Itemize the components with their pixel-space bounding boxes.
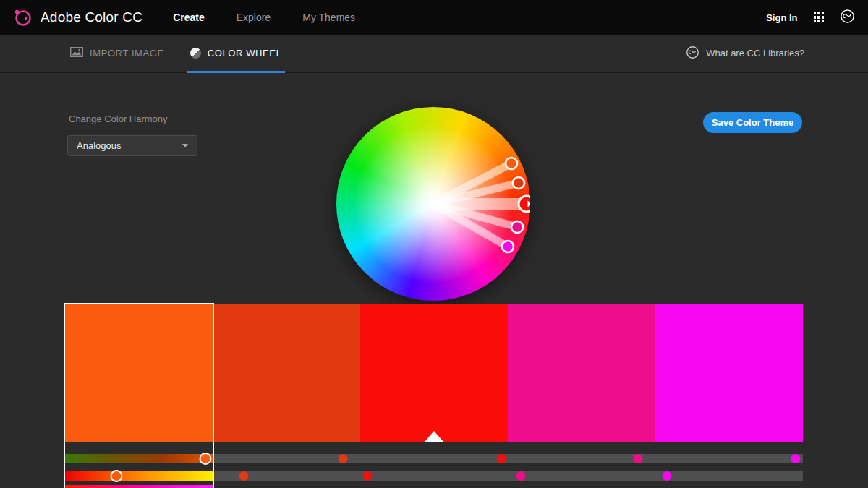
color-slider[interactable]: [655, 454, 803, 463]
color-slider[interactable]: [213, 454, 360, 463]
tab-color-wheel[interactable]: COLOR WHEEL: [190, 35, 282, 72]
color-slider[interactable]: [65, 485, 213, 488]
tab-bar: IMPORT IMAGE COLOR WHEEL What are CC Lib…: [0, 35, 868, 73]
app-title: Adobe Color CC: [41, 9, 142, 25]
color-swatch[interactable]: [65, 304, 213, 442]
top-bar: Adobe Color CC Create Explore My Themes …: [0, 0, 868, 35]
header-right: Sign In: [766, 9, 855, 27]
slider-group: [65, 454, 213, 488]
sign-in-link[interactable]: Sign In: [766, 12, 797, 23]
swatch-column: [508, 304, 655, 488]
swatch-column: [360, 304, 508, 488]
color-slider[interactable]: [655, 471, 803, 481]
slider-thumb[interactable]: [239, 471, 248, 481]
swatch-column: [213, 304, 360, 488]
slider-thumb[interactable]: [516, 471, 526, 481]
slider-thumb[interactable]: [633, 454, 642, 463]
base-color-marker: [425, 431, 443, 442]
color-swatch[interactable]: [655, 304, 803, 442]
color-slider[interactable]: [213, 471, 360, 481]
save-color-theme-button[interactable]: Save Color Theme: [703, 112, 802, 133]
color-slider[interactable]: [360, 454, 508, 463]
color-slider[interactable]: [508, 454, 655, 463]
apps-grid-icon[interactable]: [814, 12, 825, 23]
harmony-label: Change Color Harmony: [69, 114, 168, 124]
cc-libraries-icon: [686, 46, 699, 61]
harmony-selected-value: Analogous: [77, 140, 121, 151]
cc-libraries-link[interactable]: What are CC Libraries?: [686, 35, 804, 72]
wheel-handle[interactable]: [506, 158, 517, 169]
color-swatch[interactable]: [508, 304, 655, 442]
harmony-dropdown[interactable]: Analogous: [67, 135, 197, 156]
nav-my-themes[interactable]: My Themes: [302, 12, 355, 23]
color-swatch[interactable]: [360, 304, 508, 442]
color-swatch[interactable]: [213, 304, 360, 442]
slider-group: [655, 454, 803, 481]
color-wheel[interactable]: [336, 107, 530, 301]
slider-thumb[interactable]: [363, 471, 373, 481]
cc-libraries-label: What are CC Libraries?: [706, 48, 804, 59]
slider-thumb[interactable]: [338, 454, 347, 463]
chevron-down-icon: [182, 144, 188, 147]
slider-thumb[interactable]: [663, 471, 672, 481]
slider-thumb[interactable]: [791, 454, 800, 463]
nav-create[interactable]: Create: [173, 12, 205, 23]
color-slider[interactable]: [65, 471, 213, 481]
slider-group: [508, 454, 655, 481]
slider-thumb[interactable]: [497, 454, 506, 463]
color-wheel-icon: [190, 48, 201, 59]
color-slider[interactable]: [360, 471, 508, 481]
main-nav: Create Explore My Themes: [173, 12, 355, 23]
swatch-strip: [65, 304, 803, 488]
image-icon: [70, 47, 83, 59]
slider-thumb[interactable]: [199, 453, 211, 465]
wheel-handle[interactable]: [511, 221, 523, 233]
slider-group: [213, 454, 360, 481]
swatch-column: [655, 304, 803, 488]
tab-wheel-label: COLOR WHEEL: [208, 48, 282, 59]
color-slider[interactable]: [508, 471, 655, 481]
color-slider[interactable]: [65, 454, 213, 463]
main-area: Change Color Harmony Analogous Save Colo…: [0, 73, 868, 488]
creative-cloud-icon[interactable]: [840, 9, 855, 27]
slider-thumb[interactable]: [111, 470, 123, 482]
swatch-column: [65, 304, 213, 488]
tab-import-image[interactable]: IMPORT IMAGE: [70, 35, 164, 72]
adobe-color-logo-icon: [13, 8, 33, 27]
wheel-handle[interactable]: [513, 177, 524, 189]
slider-group: [360, 454, 508, 481]
wheel-handle[interactable]: [502, 241, 514, 252]
nav-explore[interactable]: Explore: [237, 12, 271, 23]
wheel-handles-overlay: [336, 107, 530, 301]
tab-import-label: IMPORT IMAGE: [90, 48, 164, 59]
